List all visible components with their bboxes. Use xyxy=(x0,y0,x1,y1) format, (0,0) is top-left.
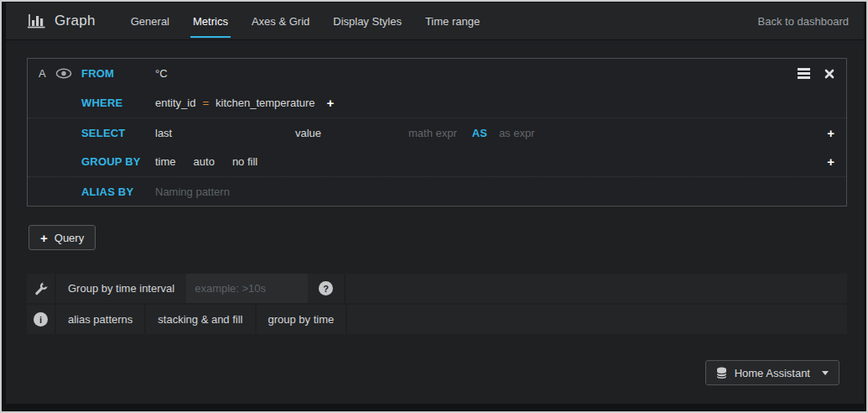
editor-tabs: General Metrics Axes & Grid Display Styl… xyxy=(119,3,491,39)
as-expr-placeholder[interactable]: as expr xyxy=(499,127,535,139)
group-by-time-interval-input[interactable] xyxy=(186,274,308,303)
where-operator[interactable]: = xyxy=(202,97,209,109)
interval-cell: Group by time interval ? xyxy=(56,274,344,303)
where-value[interactable]: kitchen_temperature xyxy=(216,97,315,109)
chevron-down-icon xyxy=(822,371,829,375)
info-icon: i xyxy=(34,312,48,327)
toggle-visibility-eye-icon[interactable] xyxy=(55,68,72,79)
editor-header: Graph General Metrics Axes & Grid Displa… xyxy=(6,3,864,40)
from-measurement-value[interactable]: °C xyxy=(155,67,168,80)
interval-label: Group by time interval xyxy=(56,282,186,295)
query-row-from: A FROM °C xyxy=(28,59,846,88)
query-row-select: SELECT last value math expr AS as expr + xyxy=(28,118,846,147)
back-to-dashboard-link[interactable]: Back to dashboard xyxy=(758,15,864,28)
add-query-label: Query xyxy=(55,232,84,244)
group-by-keyword[interactable]: GROUP BY xyxy=(81,155,155,168)
query-row-gutter xyxy=(36,177,81,206)
where-field[interactable]: entity_id xyxy=(155,97,195,109)
query-menu-icon[interactable] xyxy=(798,68,810,79)
add-where-condition-icon[interactable]: + xyxy=(327,96,335,110)
group-by-interval[interactable]: auto xyxy=(194,155,215,168)
as-keyword: AS xyxy=(472,127,487,139)
plus-icon: + xyxy=(40,231,48,245)
query-row-gutter xyxy=(36,88,81,118)
database-icon xyxy=(716,367,727,379)
alias-by-input[interactable] xyxy=(155,186,424,198)
query-row-gutter xyxy=(36,118,81,147)
bar-chart-icon xyxy=(27,13,45,29)
tab-general[interactable]: General xyxy=(119,3,181,39)
panel-editor-window: Graph General Metrics Axes & Grid Displa… xyxy=(0,0,868,413)
row-filler xyxy=(346,274,847,303)
query-editor-panel: A FROM °C xyxy=(27,58,847,206)
query-row-actions xyxy=(798,68,834,79)
wrench-icon xyxy=(34,282,48,295)
add-select-clause-icon[interactable]: + xyxy=(827,126,834,140)
query-row-gutter xyxy=(36,147,81,176)
add-query-button[interactable]: + Query xyxy=(29,225,96,250)
page-title: Graph xyxy=(55,13,96,29)
add-group-by-icon[interactable]: + xyxy=(827,154,834,169)
datasource-dropdown-button[interactable]: Home Assistant xyxy=(705,360,839,385)
editor-content: A FROM °C xyxy=(6,40,864,385)
query-row-group-by: GROUP BY time auto no fill + xyxy=(28,147,846,176)
group-by-time[interactable]: time xyxy=(155,155,176,168)
alias-by-keyword: ALIAS BY xyxy=(81,186,155,198)
tab-axes-grid[interactable]: Axes & Grid xyxy=(240,3,321,39)
query-row-alias-by: ALIAS BY xyxy=(28,176,846,206)
tab-time-range[interactable]: Time range xyxy=(413,3,491,39)
select-aggregation[interactable]: last xyxy=(155,127,295,139)
tab-metrics[interactable]: Metrics xyxy=(181,3,240,39)
interval-options-row: Group by time interval ? xyxy=(27,274,847,303)
datasource-label: Home Assistant xyxy=(735,367,810,379)
docs-links-row: i alias patterns stacking & and fill gro… xyxy=(27,305,847,334)
math-expr-placeholder[interactable]: math expr xyxy=(408,127,457,139)
group-by-fill[interactable]: no fill xyxy=(232,155,257,168)
graph-editor: Graph General Metrics Axes & Grid Displa… xyxy=(6,3,864,404)
row-filler xyxy=(347,305,847,334)
from-keyword[interactable]: FROM xyxy=(81,67,155,80)
query-letter: A xyxy=(36,67,55,80)
info-icon-cell: i xyxy=(27,305,55,334)
tab-display-styles[interactable]: Display Styles xyxy=(321,3,413,39)
datasource-row: Home Assistant xyxy=(27,360,847,385)
query-row-gutter: A xyxy=(36,59,81,88)
query-row-where: WHERE entity_id = kitchen_temperature + xyxy=(28,88,846,118)
stacking-and-fill-link[interactable]: stacking & and fill xyxy=(146,305,254,334)
where-keyword[interactable]: WHERE xyxy=(81,97,155,109)
add-query-wrap: + Query xyxy=(29,225,847,250)
select-field[interactable]: value xyxy=(295,127,408,139)
alias-patterns-link[interactable]: alias patterns xyxy=(56,305,144,334)
help-icon[interactable]: ? xyxy=(319,281,333,295)
select-keyword[interactable]: SELECT xyxy=(81,127,155,139)
group-by-time-link[interactable]: group by time xyxy=(257,305,346,334)
wrench-icon-cell xyxy=(27,274,55,303)
remove-query-icon[interactable] xyxy=(824,69,834,79)
